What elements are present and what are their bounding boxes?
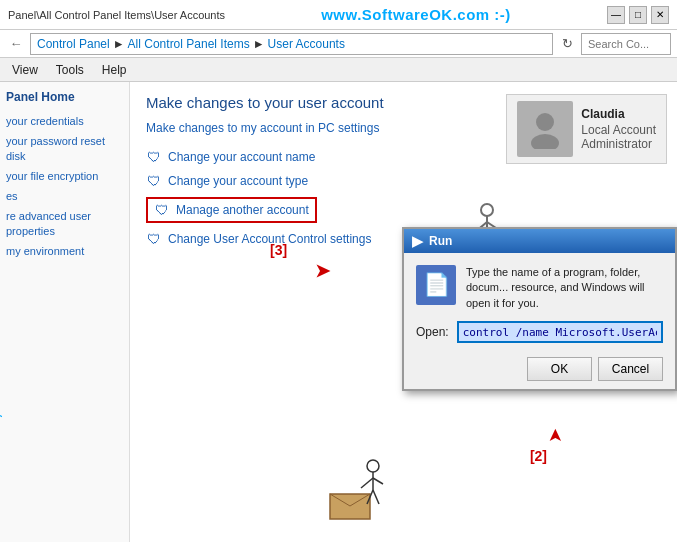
run-title: Run <box>429 234 452 248</box>
run-ok-button[interactable]: OK <box>527 357 592 381</box>
run-dialog-titlebar: ▶ Run <box>404 229 675 253</box>
address-bar: ← Control Panel ► All Control Panel Item… <box>0 30 677 58</box>
minimize-button[interactable]: — <box>607 6 625 24</box>
title-bar: Panel\All Control Panel Items\User Accou… <box>0 0 677 30</box>
avatar <box>517 101 573 157</box>
sidebar: Panel Home your credentials your passwor… <box>0 82 130 542</box>
sidebar-watermark: www.SoftwareOK.com :-) <box>0 414 2 532</box>
run-open-row: Open: <box>416 321 663 343</box>
run-buttons: OK Cancel <box>416 353 663 381</box>
run-app-icon: 📄 <box>416 265 456 305</box>
run-dialog: ▶ Run 📄 Type the name of a program, fold… <box>402 227 677 391</box>
user-name: Claudia <box>581 107 656 121</box>
shield-icon-3: 🛡 <box>154 202 170 218</box>
user-type-1: Local Account <box>581 123 656 137</box>
change-account-type-label: Change your account type <box>168 174 308 188</box>
sidebar-link-file-encryption[interactable]: your file encryption <box>6 169 123 183</box>
arrow-to-manage: ➤ <box>315 260 330 282</box>
sidebar-link-credentials[interactable]: your credentials <box>6 114 123 128</box>
menu-view[interactable]: View <box>4 61 46 79</box>
run-dialog-body: 📄 Type the name of a program, folder, do… <box>404 253 675 389</box>
refresh-button[interactable]: ↻ <box>557 34 577 54</box>
svg-point-2 <box>481 204 493 216</box>
path-segment-1[interactable]: Control Panel <box>37 37 110 51</box>
manage-another-account-link[interactable]: 🛡 Manage another account <box>146 197 317 223</box>
svg-line-13 <box>361 478 373 488</box>
shield-icon-2: 🛡 <box>146 173 162 189</box>
run-icon: ▶ <box>412 233 423 249</box>
content-panel: Make changes to your user account Make c… <box>130 82 677 542</box>
window-controls[interactable]: — □ ✕ <box>607 6 669 24</box>
svg-line-16 <box>373 490 379 504</box>
manage-another-account-label: Manage another account <box>176 203 309 217</box>
avatar-icon <box>525 109 565 149</box>
path-sep-1: ► <box>113 37 125 51</box>
run-description: Type the name of a program, folder, docu… <box>466 265 663 311</box>
sidebar-link-password-reset[interactable]: your password reset disk <box>6 134 123 163</box>
shield-icon-1: 🛡 <box>146 149 162 165</box>
menu-help[interactable]: Help <box>94 61 135 79</box>
user-profile-card: Claudia Local Account Administrator <box>506 94 667 164</box>
back-button[interactable]: ← <box>6 34 26 54</box>
svg-point-0 <box>536 113 554 131</box>
address-path[interactable]: Control Panel ► All Control Panel Items … <box>30 33 553 55</box>
title-path: Panel\All Control Panel Items\User Accou… <box>8 9 225 21</box>
path-sep-2: ► <box>253 37 265 51</box>
menu-bar: View Tools Help <box>0 58 677 82</box>
change-account-type-link[interactable]: 🛡 Change your account type <box>146 173 661 189</box>
svg-line-14 <box>373 478 383 484</box>
main-content: Panel Home your credentials your passwor… <box>0 82 677 542</box>
user-type-2: Administrator <box>581 137 656 151</box>
run-open-input[interactable] <box>457 321 663 343</box>
stick-figure-decorative-2 <box>315 454 395 527</box>
close-button[interactable]: ✕ <box>651 6 669 24</box>
sidebar-link-environment[interactable]: my environment <box>6 244 123 258</box>
path-segment-3[interactable]: User Accounts <box>268 37 345 51</box>
svg-point-1 <box>531 134 559 149</box>
shield-icon-4: 🛡 <box>146 231 162 247</box>
sidebar-link-es[interactable]: es <box>6 189 123 203</box>
user-info: Claudia Local Account Administrator <box>581 107 656 151</box>
change-account-name-label: Change your account name <box>168 150 315 164</box>
search-input[interactable] <box>581 33 671 55</box>
annotation-label-2: [2] <box>530 448 547 464</box>
sidebar-link-advanced-user[interactable]: re advanced user properties <box>6 209 123 238</box>
run-cancel-button[interactable]: Cancel <box>598 357 663 381</box>
annotation-label-3: [3] <box>270 242 287 258</box>
menu-tools[interactable]: Tools <box>48 61 92 79</box>
sidebar-home-link[interactable]: Panel Home <box>6 90 123 104</box>
arrow-to-input: ➤ <box>544 428 566 443</box>
watermark: www.SoftwareOK.com :-) <box>321 6 511 23</box>
svg-point-11 <box>367 460 379 472</box>
run-open-label: Open: <box>416 325 449 339</box>
path-segment-2[interactable]: All Control Panel Items <box>128 37 250 51</box>
maximize-button[interactable]: □ <box>629 6 647 24</box>
